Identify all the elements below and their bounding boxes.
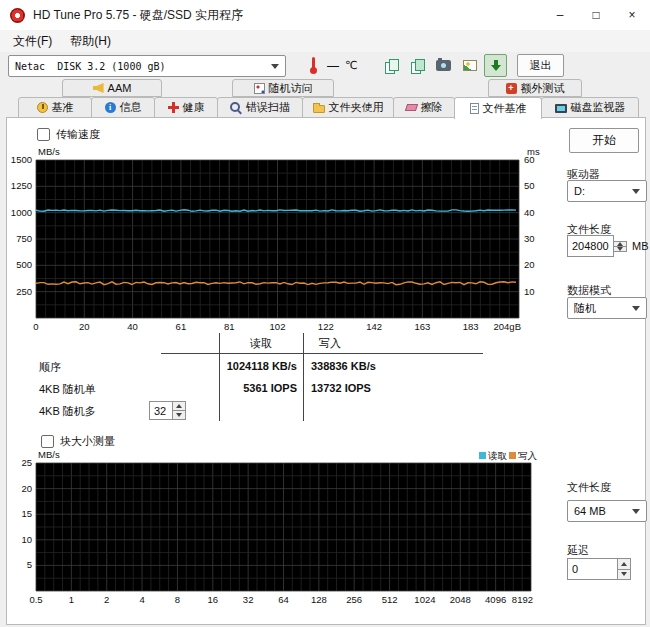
tab-aam[interactable]: AAM	[62, 79, 162, 97]
svg-text:16: 16	[207, 594, 218, 605]
svg-text:20: 20	[79, 321, 90, 332]
block-size-chart: 510152025MB/s0.5124816326412825651210242…	[7, 451, 552, 621]
svg-text:61: 61	[176, 321, 187, 332]
window-controls: – □ ×	[542, 0, 650, 30]
extra-tests-icon	[506, 83, 517, 94]
write-column-header: 写入	[319, 336, 341, 351]
data-mode-value: 随机	[574, 301, 632, 316]
row-label: 4KB 随机单	[39, 382, 96, 397]
svg-text:1500: 1500	[11, 154, 32, 165]
svg-text:122: 122	[318, 321, 334, 332]
export-button[interactable]	[484, 54, 507, 77]
row-label: 4KB 随机多	[39, 404, 96, 419]
svg-text:204gB: 204gB	[494, 321, 521, 332]
tab-extra-tests[interactable]: 额外测试	[488, 79, 582, 97]
svg-text:1250: 1250	[11, 180, 32, 191]
exit-button[interactable]: 退出	[517, 54, 564, 77]
svg-text:10: 10	[21, 534, 32, 545]
tab-file-benchmark[interactable]: 文件基准	[454, 97, 542, 119]
stepper-up-button[interactable]	[173, 401, 186, 410]
stepper-up-button[interactable]	[618, 558, 631, 569]
stepper-buttons	[173, 401, 186, 420]
svg-text:512: 512	[382, 594, 398, 605]
tab-strip: 基准 信息 健康 错误扫描 文件夹使用 擦除 文件基准 磁盘监视器	[18, 97, 646, 119]
svg-text:MB/s: MB/s	[38, 451, 60, 460]
drive-select[interactable]: D:	[567, 180, 647, 202]
results-table: 读取 写入 顺序 1024118 KB/s 338836 KB/s 4KB 随机…	[7, 333, 527, 425]
svg-text:15: 15	[21, 508, 32, 519]
copy-text-button[interactable]	[380, 54, 403, 77]
svg-text:2048: 2048	[450, 594, 471, 605]
svg-text:750: 750	[16, 233, 32, 244]
menu-bar: 文件(F) 帮助(H)	[0, 30, 650, 52]
health-icon	[168, 102, 179, 113]
tab-label: 擦除	[421, 100, 443, 115]
svg-text:64: 64	[278, 594, 289, 605]
stepper-buttons	[618, 558, 631, 580]
block-size-checkbox[interactable]	[41, 435, 54, 448]
file-length2-label: 文件长度	[567, 480, 611, 495]
menu-file[interactable]: 文件(F)	[4, 31, 61, 52]
svg-text:0.5: 0.5	[29, 594, 42, 605]
svg-text:183: 183	[463, 321, 479, 332]
svg-text:1000: 1000	[11, 207, 32, 218]
block-size-row: 块大小测量	[41, 434, 115, 449]
tab-benchmark[interactable]: 基准	[18, 97, 92, 118]
app-icon	[10, 8, 25, 23]
queue-depth-stepper: 32	[149, 401, 186, 420]
speaker-icon	[93, 83, 104, 93]
tab-folder-usage[interactable]: 文件夹使用	[302, 97, 394, 118]
svg-text:20: 20	[21, 483, 32, 494]
block-size-label: 块大小测量	[60, 434, 115, 449]
delay-value[interactable]: 0	[567, 558, 618, 580]
data-mode-select[interactable]: 随机	[567, 297, 647, 319]
start-button[interactable]: 开始	[569, 128, 639, 153]
svg-text:50: 50	[524, 180, 535, 191]
svg-text:163: 163	[414, 321, 430, 332]
screenshot-button[interactable]	[432, 54, 455, 77]
svg-text:1024: 1024	[414, 594, 435, 605]
stepper-down-button[interactable]	[618, 569, 631, 581]
save-image-button[interactable]	[458, 54, 481, 77]
tab-disk-monitor[interactable]: 磁盘监视器	[541, 97, 639, 118]
svg-text:40: 40	[524, 207, 535, 218]
queue-depth-value[interactable]: 32	[149, 401, 173, 420]
tab-health[interactable]: 健康	[154, 97, 218, 118]
svg-text:5: 5	[27, 559, 32, 570]
svg-text:40: 40	[127, 321, 138, 332]
svg-text:128: 128	[311, 594, 327, 605]
folder-usage-icon	[313, 105, 325, 113]
svg-text:102: 102	[270, 321, 286, 332]
write-value: 13732 IOPS	[311, 382, 371, 394]
tab-label: 信息	[120, 100, 142, 115]
minimize-button[interactable]: –	[542, 0, 578, 30]
close-button[interactable]: ×	[614, 0, 650, 30]
file-length-value[interactable]: 204800	[567, 235, 614, 257]
tab-erase[interactable]: 擦除	[393, 97, 455, 118]
temperature-value: —	[327, 59, 339, 73]
random-access-icon	[254, 83, 265, 94]
erase-icon	[404, 104, 417, 111]
tab-error-scan[interactable]: 错误扫描	[217, 97, 303, 118]
table-header-rule	[161, 353, 483, 354]
svg-text:8192: 8192	[512, 594, 533, 605]
stepper-down-button[interactable]	[173, 410, 186, 420]
copy-image-button[interactable]	[406, 54, 429, 77]
temperature-unit: ℃	[345, 59, 357, 72]
read-value: 1024118 KB/s	[219, 360, 297, 372]
tab-random-access[interactable]: 随机访问	[232, 79, 334, 97]
maximize-button[interactable]: □	[578, 0, 614, 30]
svg-text:ms: ms	[527, 146, 540, 157]
menu-help[interactable]: 帮助(H)	[61, 31, 120, 52]
file-length2-select[interactable]: 64 MB	[567, 500, 647, 522]
window-title: HD Tune Pro 5.75 - 硬盘/SSD 实用程序	[33, 7, 243, 24]
transfer-speed-checkbox[interactable]	[37, 128, 50, 141]
stepper-down-button[interactable]	[614, 246, 627, 252]
svg-text:8: 8	[175, 594, 180, 605]
tab-label: 磁盘监视器	[571, 100, 626, 115]
tab-info[interactable]: 信息	[91, 97, 155, 118]
file-benchmark-panel: 传输速度 250500750100012501500MB/s1020304050…	[6, 117, 646, 625]
drive-combobox[interactable]: Netac DISK 3.2 (1000 gB)	[8, 55, 286, 77]
svg-text:25: 25	[21, 457, 32, 468]
chevron-down-icon	[632, 189, 640, 194]
